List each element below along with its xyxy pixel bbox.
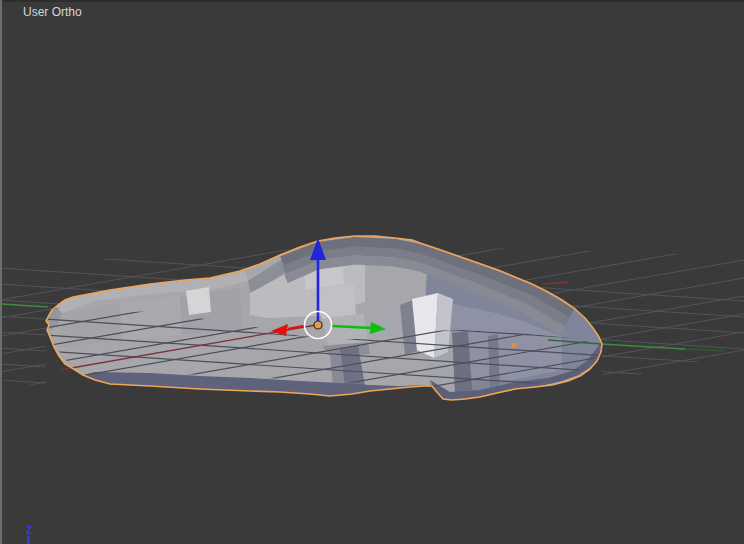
viewport-top-border xyxy=(0,0,744,2)
car-facet xyxy=(488,334,500,392)
mini-axis-z-label: Z xyxy=(26,525,32,536)
gizmo-center-dot[interactable] xyxy=(314,321,322,329)
3d-viewport[interactable]: User Ortho Z xyxy=(0,0,744,544)
viewport-left-edge xyxy=(0,0,2,544)
view-mode-label: User Ortho xyxy=(23,5,82,19)
object-origin-dot xyxy=(512,343,517,348)
3d-viewport-canvas[interactable]: User Ortho Z xyxy=(0,0,744,544)
car-facet xyxy=(120,296,182,340)
car-facet xyxy=(186,287,211,315)
